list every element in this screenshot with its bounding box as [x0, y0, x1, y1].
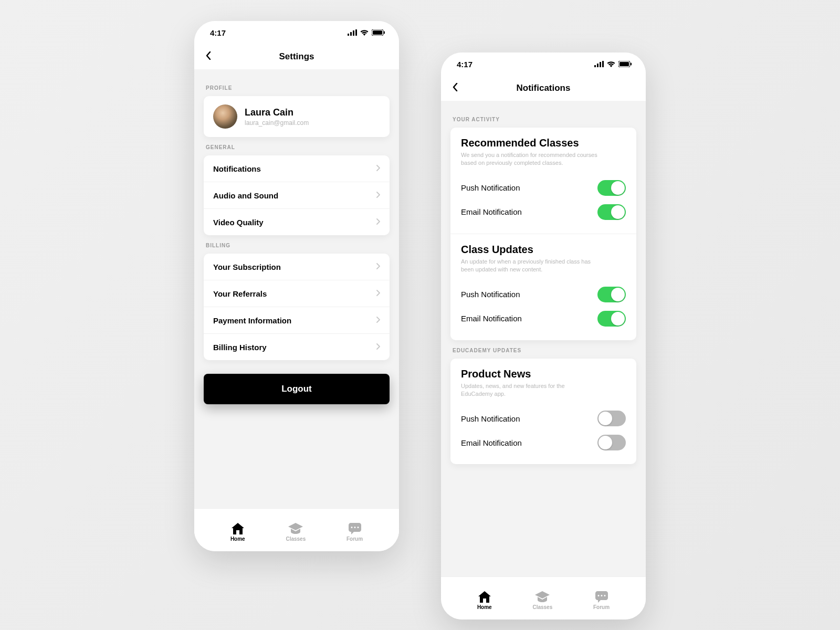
section-label-educademy: EDUCADEMY UPDATES — [453, 348, 636, 353]
graduation-cap-icon — [288, 523, 303, 534]
home-icon — [232, 523, 244, 534]
toggle-row-push: Push Notification — [461, 176, 626, 200]
logout-button[interactable]: Logout — [204, 374, 390, 404]
notifications-content: YOUR ACTIVITY Recommended Classes We sen… — [441, 101, 646, 576]
toggle-switch-push[interactable] — [597, 180, 626, 196]
page-title: Notifications — [517, 83, 571, 93]
notif-title: Class Updates — [461, 244, 626, 256]
tabbar: Home Classes Forum — [441, 576, 646, 620]
chevron-right-icon — [376, 289, 380, 298]
avatar — [213, 104, 237, 129]
status-bar: 4:17 — [194, 21, 399, 44]
toggle-row-push: Push Notification — [461, 282, 626, 307]
section-label-profile: PROFILE — [206, 85, 390, 91]
status-time: 4:17 — [210, 28, 226, 37]
row-payment-info[interactable]: Payment Information — [204, 307, 390, 333]
row-label: Payment Information — [213, 316, 291, 325]
toggle-label: Push Notification — [461, 290, 520, 299]
svg-rect-3 — [355, 29, 357, 36]
cellular-icon — [348, 29, 357, 36]
tab-label: Classes — [286, 536, 306, 542]
toggle-switch-email[interactable] — [597, 435, 626, 450]
profile-card[interactable]: Laura Cain laura_cain@gmail.com — [204, 96, 390, 137]
toggle-row-email: Email Notification — [461, 430, 626, 455]
tab-forum[interactable]: Forum — [346, 519, 363, 542]
row-label: Your Subscription — [213, 262, 281, 271]
row-referrals[interactable]: Your Referrals — [204, 280, 390, 307]
svg-rect-12 — [620, 62, 629, 66]
svg-rect-7 — [594, 65, 596, 67]
tab-label: Home — [477, 604, 492, 610]
settings-content: PROFILE Laura Cain laura_cain@gmail.com … — [194, 69, 399, 508]
status-icons — [348, 29, 385, 36]
profile-text: Laura Cain laura_cain@gmail.com — [245, 107, 309, 127]
notif-title: Product News — [461, 368, 626, 380]
tab-home[interactable]: Home — [230, 519, 245, 542]
battery-icon — [618, 61, 632, 67]
back-button[interactable] — [206, 51, 211, 62]
svg-rect-5 — [373, 30, 382, 35]
svg-rect-9 — [600, 62, 601, 67]
tab-classes[interactable]: Classes — [286, 519, 306, 542]
toggle-switch-email[interactable] — [597, 204, 626, 220]
chevron-left-icon — [453, 83, 458, 91]
notif-desc: We send you a notification for recommend… — [461, 151, 597, 167]
profile-name: Laura Cain — [245, 107, 309, 118]
graduation-cap-icon — [535, 591, 550, 603]
row-video-quality[interactable]: Video Quality — [204, 208, 390, 235]
chevron-right-icon — [376, 217, 380, 227]
svg-rect-1 — [350, 32, 352, 36]
wifi-icon — [607, 61, 615, 67]
row-audio-sound[interactable]: Audio and Sound — [204, 182, 390, 208]
notif-desc: Updates, news, and new features for the … — [461, 382, 597, 398]
chat-icon — [595, 591, 608, 603]
tab-classes[interactable]: Classes — [532, 587, 552, 610]
switch-knob — [611, 205, 625, 219]
phone-settings: 4:17 Settings PROFILE Laura Cain laura_c… — [194, 21, 399, 551]
battery-icon — [372, 29, 385, 36]
wifi-icon — [360, 29, 369, 36]
svg-rect-0 — [348, 34, 349, 36]
chevron-right-icon — [376, 316, 380, 325]
svg-rect-10 — [602, 61, 604, 67]
toggle-row-email: Email Notification — [461, 307, 626, 331]
product-news-card: Product News Updates, news, and new feat… — [450, 359, 636, 465]
switch-knob — [598, 436, 612, 449]
notif-title: Recommended Classes — [461, 137, 626, 149]
section-label-billing: BILLING — [206, 243, 390, 248]
tabbar: Home Classes Forum — [194, 508, 399, 551]
tab-label: Classes — [532, 604, 552, 610]
status-icons — [594, 61, 632, 67]
back-button[interactable] — [453, 83, 458, 93]
educademy-group: Product News Updates, news, and new feat… — [450, 359, 636, 465]
toggle-switch-push[interactable] — [597, 411, 626, 426]
tab-home[interactable]: Home — [477, 587, 492, 610]
toggle-row-push: Push Notification — [461, 406, 626, 430]
profile-email: laura_cain@gmail.com — [245, 119, 309, 127]
section-label-general: GENERAL — [206, 144, 390, 150]
row-subscription[interactable]: Your Subscription — [204, 254, 390, 280]
switch-knob — [611, 312, 625, 326]
toggle-switch-email[interactable] — [597, 311, 626, 327]
class-updates-card: Class Updates An update for when a previ… — [450, 234, 636, 340]
tab-forum[interactable]: Forum — [593, 587, 610, 610]
home-icon — [478, 591, 491, 603]
chat-icon — [349, 523, 361, 534]
general-list: Notifications Audio and Sound Video Qual… — [204, 155, 390, 235]
status-time: 4:17 — [457, 60, 472, 69]
row-billing-history[interactable]: Billing History — [204, 333, 390, 360]
toggle-switch-push[interactable] — [597, 287, 626, 302]
tab-label: Forum — [593, 604, 610, 610]
toggle-label: Email Notification — [461, 314, 522, 323]
svg-rect-6 — [384, 32, 385, 34]
switch-knob — [611, 288, 625, 301]
switch-knob — [611, 181, 625, 195]
tab-label: Home — [230, 536, 245, 542]
section-label-activity: YOUR ACTIVITY — [453, 117, 636, 122]
row-label: Billing History — [213, 343, 267, 352]
row-notifications[interactable]: Notifications — [204, 155, 390, 182]
toggle-label: Email Notification — [461, 207, 522, 216]
switch-knob — [598, 412, 612, 425]
svg-rect-2 — [353, 30, 354, 36]
recommended-classes-card: Recommended Classes We send you a notifi… — [450, 128, 636, 234]
